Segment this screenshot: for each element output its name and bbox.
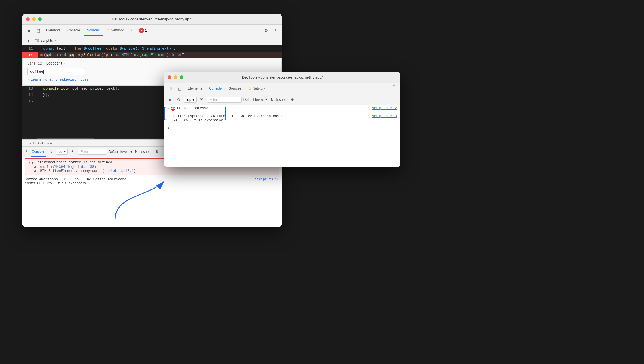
vm-link[interactable]: VM4394 logpoint:1:38 (53, 165, 94, 169)
front-title-bar: DevTools - consistent-source-map-pc.netl… (164, 72, 400, 83)
html-button-line: at HTMLButtonElement.<anonymous> (script… (34, 169, 276, 173)
front-window-title: DevTools - consistent-source-map-pc.netl… (242, 75, 323, 79)
expand-chevron-icon[interactable]: ▶ (168, 106, 169, 110)
error-icon: ✕ (140, 29, 143, 32)
breakpoint-dot (40, 54, 43, 56)
front-tab-network[interactable]: ⚠ Network (245, 83, 268, 94)
front-maximize-button[interactable] (180, 75, 183, 79)
three-dots-icon[interactable]: ⋮ (25, 149, 29, 154)
front-tab-console[interactable]: Console (206, 83, 225, 94)
toolbar-right: ⚙ (262, 26, 270, 35)
front-sidebar-icon[interactable]: ▶ (166, 96, 173, 103)
tab-network[interactable]: ⚠ Network (104, 25, 126, 36)
file-tab-script[interactable]: TS script.ts ✕ (33, 37, 59, 44)
console-settings-icon[interactable]: ⚙ (153, 148, 160, 155)
panel-icon: ⠿ (27, 28, 30, 33)
code-line-11: 11 const text = `The ${coffee} costs ${p… (22, 46, 282, 52)
coffee-espresso-text: Coffee Espresso (177, 106, 372, 110)
front-console-settings-icon[interactable]: ⚙ (289, 96, 296, 103)
front-dropdown-icon: ▾ (192, 98, 194, 102)
more-options-icon[interactable]: ⋮ (271, 26, 279, 35)
logpoint-label: Line 12: (27, 62, 44, 66)
americano-text: Coffee Americano – 86 Euro – The Coffee … (25, 177, 253, 185)
error-badge[interactable]: ✕ (139, 28, 144, 33)
espresso-details-row: Coffee Espresso – 74 Euro – The Coffee E… (164, 113, 400, 124)
title-bar: DevTools - consistent-source-map-pc.netl… (22, 14, 282, 25)
line-content-11: const text = `The ${coffee} costs ${pric… (36, 46, 282, 52)
expand-arrow-icon[interactable]: ▶ (32, 161, 34, 164)
front-tab-sources[interactable]: Sources (226, 83, 244, 94)
settings-icon[interactable]: ⚙ (262, 26, 270, 35)
top-dropdown-icon: ▾ (64, 150, 66, 154)
tab-sources[interactable]: Sources (84, 25, 103, 36)
front-eye-icon[interactable]: 👁 (198, 96, 205, 103)
logpoint-input[interactable]: coffee (27, 68, 85, 75)
close-file-tab-icon[interactable]: ✕ (54, 39, 57, 42)
front-console-toolbar: ▶ ⊘ top ▾ 👁 Filter Default levels ▾ No I… (164, 94, 400, 105)
front-chevron-down-icon: ▾ (265, 98, 267, 102)
line-number-11: 11 (22, 46, 36, 52)
file-tabs: ▶ TS script.ts ✕ (22, 36, 282, 46)
default-levels-dropdown[interactable]: Default levels ▾ (109, 150, 132, 154)
front-tab-elements[interactable]: Elements (185, 83, 205, 94)
front-warning-icon: ⚠ (248, 86, 251, 90)
coffee-espresso-link[interactable]: script.ts:12 (372, 106, 397, 110)
tab-elements[interactable]: Elements (43, 25, 63, 36)
line-number-15: 15 (22, 98, 36, 105)
tab-more[interactable]: » (128, 25, 135, 36)
front-tab-more[interactable]: » (269, 83, 277, 94)
external-link-icon: ↗ (27, 77, 29, 82)
pink-target-icon: 🎯 (171, 106, 175, 111)
americano-log: Coffee Americano – 86 Euro – The Coffee … (22, 177, 282, 186)
top-selector[interactable]: top ▾ (56, 149, 68, 155)
espresso-details-link[interactable]: script.ts:13 (372, 114, 397, 118)
traffic-lights (26, 17, 42, 21)
espresso-details-text: Coffee Espresso – 74 Euro – The Coffee E… (173, 114, 372, 122)
filter-input[interactable]: Filter (78, 149, 107, 155)
front-default-levels[interactable]: Default levels ▾ (243, 98, 267, 102)
line-12-content: (▶document.▶querySelector('p') as HTMLPa… (44, 52, 184, 58)
window-title: DevTools - consistent-source-map-pc.netl… (112, 17, 192, 21)
code-line-12: 12 (▶document.▶querySelector('p') as HTM… (22, 52, 282, 58)
chevron-down-icon: ▾ (130, 150, 132, 154)
front-inspect-icon[interactable]: ⬚ (176, 85, 184, 93)
minimize-button[interactable] (32, 17, 36, 21)
console-clear-icon[interactable]: ⊘ (47, 148, 54, 155)
front-panel-icon[interactable]: ⠿ (166, 85, 175, 93)
eye-icon[interactable]: 👁 (69, 148, 76, 155)
error-count: 1 (145, 29, 147, 33)
front-clear-icon[interactable]: ⊘ (175, 96, 182, 103)
devtools-toolbar: ⠿ ⬚ Elements Console Sources ⚠ Network »… (22, 25, 282, 36)
logpoint-type[interactable]: Logpoint ▾ (46, 62, 66, 66)
script-link-124[interactable]: script.ts:12:4 (105, 169, 134, 173)
front-minimize-button[interactable] (174, 75, 177, 79)
front-top-selector[interactable]: top ▾ (184, 97, 197, 103)
line-number-13: 13 (22, 86, 36, 92)
inspect-element-icon[interactable]: ⬚ (34, 26, 42, 35)
front-console-messages: ▶ 🎯 Coffee Espresso script.ts:12 Coffee … (164, 105, 400, 167)
error-badge-area: ✕ 1 (139, 28, 147, 33)
text-cursor (43, 70, 44, 74)
close-button[interactable] (26, 17, 30, 21)
devtools-panel-icon[interactable]: ⠿ (25, 26, 33, 35)
maximize-button[interactable] (38, 17, 42, 21)
chevron-right-icon[interactable]: › (168, 126, 170, 130)
front-traffic-lights (168, 75, 183, 79)
front-no-issues: No Issues (271, 98, 286, 102)
console-messages: ✕ ▶ ReferenceError: coffee is not define… (22, 157, 282, 227)
front-devtools-toolbar: ⠿ ⬚ Elements Console Sources ⚠ Network »… (164, 83, 400, 94)
sidebar-toggle-icon[interactable]: ▶ (25, 37, 33, 45)
front-close-button[interactable] (168, 75, 171, 79)
americano-link[interactable]: script.ts:13 (255, 177, 279, 181)
breakpoint-line-num: 12 (28, 52, 32, 58)
console-panel-title[interactable]: Console (31, 147, 46, 157)
error-circle-icon: ✕ (28, 161, 30, 165)
tab-console[interactable]: Console (65, 25, 83, 36)
coffee-espresso-row: ▶ 🎯 Coffee Espresso script.ts:12 (164, 105, 400, 113)
dropdown-arrow-icon: ▾ (64, 62, 66, 65)
devtools-front-window: DevTools - consistent-source-map-pc.netl… (164, 72, 400, 167)
no-issues-label: No Issues (135, 150, 150, 154)
front-filter-input[interactable]: Filter (207, 97, 242, 103)
logpoint-header: Line 12: Logpoint ▾ (27, 62, 277, 66)
warning-icon: ⚠ (107, 28, 110, 32)
